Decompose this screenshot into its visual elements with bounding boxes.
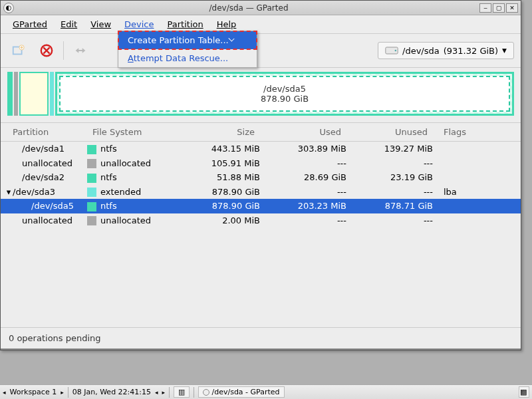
disk-map[interactable]: /dev/sda5 878.90 GiB (1, 68, 521, 122)
col-size[interactable]: Size (174, 123, 260, 141)
titlebar[interactable]: ◐ /dev/sda — GParted ‒ ▢ ✕ (1, 1, 521, 15)
menu-device[interactable]: Device Create Partition Table... Attempt… (118, 18, 160, 31)
taskbar-app-icon (203, 389, 209, 396)
table-row[interactable]: unallocatedunallocated105.91 MiB------ (1, 156, 521, 171)
menubar: GParted Edit View Device Create Partitio… (1, 15, 521, 34)
device-selector[interactable]: /dev/sda (931.32 GiB) ▼ (378, 42, 514, 59)
col-flags[interactable]: Flags (433, 123, 521, 141)
map-seg-unalloc1[interactable] (14, 72, 18, 116)
fs-swatch (87, 174, 96, 183)
cell-used: --- (260, 215, 346, 225)
clock-prev[interactable]: ◂ (155, 389, 158, 396)
menu-edit[interactable]: Edit (54, 18, 84, 31)
cell-used: --- (260, 187, 346, 197)
clock: 08 Jan, Wed 22:41:15 (72, 388, 151, 396)
toolbar-separator (63, 41, 64, 60)
cell-size: 2.00 MiB (174, 215, 260, 225)
fs-swatch (87, 216, 96, 225)
workspace-next[interactable]: ▸ (61, 389, 64, 396)
device-dropdown: Create Partition Table... Attempt Data R… (118, 31, 257, 68)
partition-table: Partition File System Size Used Unused F… (1, 122, 521, 227)
cell-size: 878.90 GiB (174, 201, 260, 211)
app-icon: ◐ (3, 3, 14, 13)
menu-partition[interactable]: Partition (161, 18, 210, 31)
fs-swatch (87, 145, 96, 154)
status-text: 0 operations pending (9, 333, 101, 343)
map-seg-sda1[interactable] (7, 72, 13, 116)
window-controls: ‒ ▢ ✕ (479, 3, 518, 13)
table-row[interactable]: /dev/sda1ntfs443.15 MiB303.89 MiB139.27 … (1, 142, 521, 156)
delete-icon (39, 43, 54, 58)
cell-used: 303.89 MiB (260, 144, 346, 154)
table-row[interactable]: unallocatedunallocated2.00 MiB------ (1, 213, 521, 228)
cell-unused: 139.27 MiB (346, 144, 433, 154)
device-path: /dev/sda (402, 46, 440, 56)
map-seg-ext[interactable] (50, 72, 54, 116)
map-seg-sda5[interactable]: /dev/sda5 878.90 GiB (55, 72, 514, 116)
col-filesystem[interactable]: File System (87, 123, 174, 141)
maximize-button[interactable]: ▢ (493, 3, 505, 13)
resize-button[interactable] (69, 39, 92, 62)
fs-name: unallocated (100, 158, 151, 168)
cell-used: 28.69 GiB (260, 172, 346, 182)
fs-name: unallocated (100, 215, 151, 225)
toolbar: /dev/sda (931.32 GiB) ▼ (1, 34, 521, 68)
table-body: /dev/sda1ntfs443.15 MiB303.89 MiB139.27 … (1, 142, 521, 227)
new-icon (11, 43, 26, 58)
table-row[interactable]: ▾/dev/sda3extended878.90 GiB------lba (1, 185, 521, 200)
taskbar-window-button[interactable]: /dev/sda - GParted (198, 386, 284, 398)
table-header: Partition File System Size Used Unused F… (1, 122, 521, 142)
menu-help[interactable]: Help (210, 18, 243, 31)
fs-swatch (87, 202, 96, 211)
chevron-down-icon: ▼ (502, 47, 507, 54)
menu-view[interactable]: View (84, 18, 118, 31)
cell-unused: 878.71 GiB (346, 201, 433, 211)
workspace-prev[interactable]: ◂ (3, 389, 6, 396)
tb-sep2 (169, 387, 170, 398)
delete-button[interactable] (35, 39, 58, 62)
col-used[interactable]: Used (260, 123, 346, 141)
cell-size: 51.88 MiB (174, 172, 260, 182)
cell-size: 105.91 MiB (174, 158, 260, 168)
fs-swatch (87, 159, 96, 168)
map-seg-sda2[interactable] (19, 72, 49, 116)
menu-item-attempt-data-rescue[interactable]: Attempt Data Rescue... (118, 49, 257, 67)
table-empty-area (1, 227, 521, 327)
window-bottom-divider (1, 348, 521, 350)
svg-point-4 (395, 50, 397, 52)
cell-size: 878.90 GiB (174, 187, 260, 197)
minimize-button[interactable]: ‒ (479, 3, 491, 13)
tray-icon[interactable]: ▩ (519, 386, 529, 398)
cell-used: 203.23 MiB (260, 201, 346, 211)
statusbar: 0 operations pending (1, 327, 521, 348)
cell-flags: lba (433, 187, 521, 197)
device-size: (931.32 GiB) (444, 46, 498, 56)
menu-gparted[interactable]: GParted (6, 18, 54, 31)
partition-name: /dev/sda3 (13, 187, 55, 197)
menu-item-create-partition-table[interactable]: Create Partition Table... (118, 31, 257, 49)
map-label: /dev/sda5 878.90 GiB (59, 76, 510, 112)
clock-next[interactable]: ▸ (162, 389, 166, 396)
fs-name: extended (100, 187, 141, 197)
close-button[interactable]: ✕ (506, 3, 518, 13)
show-desktop-button[interactable]: ▥ (174, 386, 190, 398)
cell-size: 443.15 MiB (174, 144, 260, 154)
workspace-label[interactable]: Workspace 1 (10, 388, 57, 396)
cell-unused: 23.19 GiB (346, 172, 433, 182)
col-partition[interactable]: Partition (1, 123, 87, 141)
col-unused[interactable]: Unused (346, 123, 433, 141)
new-partition-button[interactable] (7, 39, 30, 62)
cell-used: --- (260, 158, 346, 168)
window-title: /dev/sda — GParted (18, 3, 479, 13)
fs-swatch (87, 188, 96, 197)
cell-unused: --- (346, 187, 433, 197)
table-row[interactable]: /dev/sda5ntfs878.90 GiB203.23 MiB878.71 … (1, 199, 521, 213)
tb-sep (68, 387, 68, 398)
fs-name: ntfs (100, 144, 117, 154)
partition-name: unallocated (22, 215, 72, 225)
partition-name: /dev/sda1 (22, 144, 65, 154)
fs-name: ntfs (100, 201, 117, 211)
resize-icon (73, 43, 88, 58)
cell-unused: --- (346, 158, 433, 168)
table-row[interactable]: /dev/sda2ntfs51.88 MiB28.69 GiB23.19 GiB (1, 170, 521, 185)
